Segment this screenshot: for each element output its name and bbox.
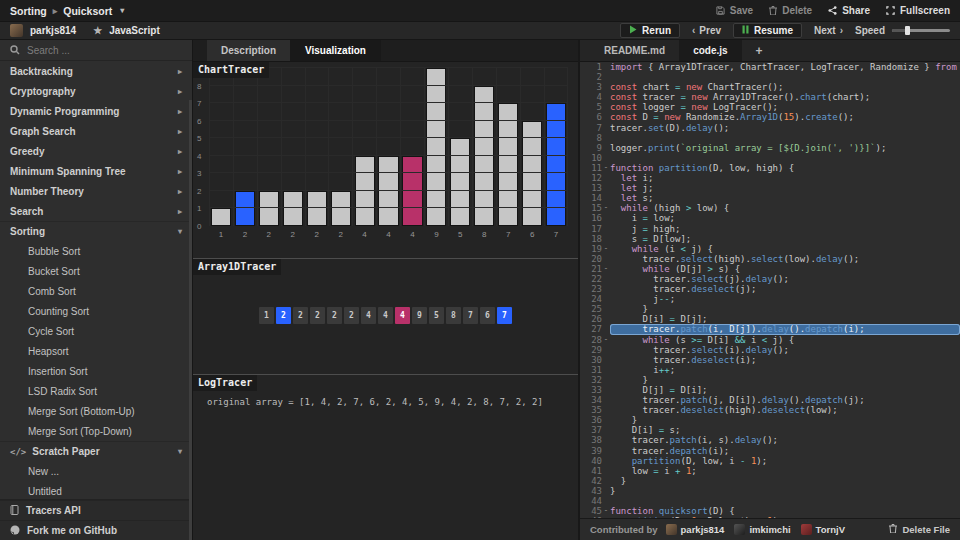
array-cell[interactable]: 2	[293, 307, 308, 324]
code-line[interactable]: 38 tracer.patch(i, s).delay();	[580, 435, 960, 445]
fold-marker[interactable]: -	[602, 203, 610, 213]
tab-readme-md[interactable]: README.md	[590, 40, 679, 61]
sidebar-item-new[interactable]: New ...	[0, 461, 192, 481]
contributor-imkimchi[interactable]: imkimchi	[734, 524, 790, 535]
fold-marker[interactable]: -	[602, 335, 610, 345]
share-button[interactable]: Share	[828, 5, 870, 16]
sidebar-item-heapsort[interactable]: Heapsort	[0, 341, 192, 361]
sidebar-category-minimum-spanning-tree[interactable]: Minimum Spanning Tree▸	[0, 161, 192, 181]
chart-bar[interactable]	[474, 86, 494, 226]
code-line[interactable]: 11-function partition(D, low, high) {	[580, 163, 960, 173]
tab-visualization[interactable]: Visualization	[291, 40, 381, 61]
speed-slider[interactable]	[892, 26, 950, 35]
chart-bar[interactable]	[426, 68, 446, 226]
chart-bar[interactable]	[378, 156, 398, 226]
code-line[interactable]: 37 D[i] = s;	[580, 425, 960, 435]
tab-description[interactable]: Description	[207, 40, 291, 61]
delete-file-button[interactable]: Delete File	[889, 524, 950, 535]
code-line[interactable]: 20 tracer.select(high).select(low).delay…	[580, 254, 960, 264]
sidebar-category-graph-search[interactable]: Graph Search▸	[0, 121, 192, 141]
fold-marker[interactable]: -	[602, 244, 610, 254]
code-line[interactable]: 43 }	[580, 486, 960, 496]
breadcrumb[interactable]: Sorting ▸ Quicksort ▾	[10, 5, 124, 17]
code-line[interactable]: 41 low = i + 1;	[580, 466, 960, 476]
sidebar-scrollbar[interactable]	[189, 100, 192, 540]
code-line[interactable]: 25 }	[580, 304, 960, 314]
code-line[interactable]: 8	[580, 133, 960, 143]
code-line[interactable]: 28- while (s >= D[i] && i < j) {	[580, 335, 960, 345]
user-name[interactable]: parkjs814	[30, 25, 76, 36]
code-line[interactable]: 39 tracer.depatch(i);	[580, 446, 960, 456]
sidebar-category-dynamic-programming[interactable]: Dynamic Programming▸	[0, 101, 192, 121]
sidebar-item-merge-sort-top-down[interactable]: Merge Sort (Top-Down)	[0, 421, 192, 441]
code-line[interactable]: 19- while (i < j) {	[580, 244, 960, 254]
code-line[interactable]: 3 const chart = new ChartTracer();	[580, 82, 960, 92]
code-line[interactable]: 23 tracer.deselect(j);	[580, 284, 960, 294]
tab-code-js[interactable]: code.js	[679, 40, 741, 61]
sidebar-item-merge-sort-bottom-up[interactable]: Merge Sort (Bottom-Up)	[0, 401, 192, 421]
sidebar-item-fork-github[interactable]: Fork me on GitHub	[0, 520, 192, 540]
chevron-down-icon[interactable]: ▾	[120, 6, 124, 15]
code-line[interactable]: 6 const D = new Randomize.Array1D(15).cr…	[580, 112, 960, 122]
array-cell[interactable]: 4	[378, 307, 393, 324]
code-line[interactable]: 44	[580, 496, 960, 506]
sidebar-item-lsd-radix-sort[interactable]: LSD Radix Sort	[0, 381, 192, 401]
array-cell[interactable]: 2	[344, 307, 359, 324]
code-line[interactable]: 36 }	[580, 415, 960, 425]
code-line[interactable]: 12 let i;	[580, 173, 960, 183]
code-line[interactable]: 14 let s;	[580, 193, 960, 203]
sidebar-item-tracers-api[interactable]: Tracers API	[0, 500, 192, 520]
contributor-tornjv[interactable]: TornjV	[801, 524, 845, 535]
sidebar-item-insertion-sort[interactable]: Insertion Sort	[0, 361, 192, 381]
language-tab[interactable]: JavaScript	[109, 25, 160, 36]
code-line[interactable]: 31 i++;	[580, 365, 960, 375]
code-line[interactable]: 5 const logger = new LogTracer();	[580, 102, 960, 112]
array-cell[interactable]: 7	[497, 307, 512, 324]
rerun-button[interactable]: Rerun	[620, 23, 680, 38]
array-cell[interactable]: 6	[480, 307, 495, 324]
sidebar-item-counting-sort[interactable]: Counting Sort	[0, 301, 192, 321]
code-line[interactable]: 13 let j;	[580, 183, 960, 193]
breadcrumb-category[interactable]: Sorting	[10, 5, 47, 17]
chart-bar[interactable]	[355, 156, 375, 226]
code-line[interactable]: 4 const tracer = new Array1DTracer().cha…	[580, 92, 960, 102]
sidebar-category-sorting[interactable]: Sorting▾	[0, 221, 192, 241]
code-line[interactable]: 21- while (D[j] > s) {	[580, 264, 960, 274]
array-cell[interactable]: 2	[276, 307, 291, 324]
chart-bar[interactable]	[211, 208, 231, 226]
search-input[interactable]	[27, 45, 182, 56]
chart-bar[interactable]	[402, 156, 422, 226]
array-cell[interactable]: 2	[327, 307, 342, 324]
code-area[interactable]: 1 import { Array1DTracer, ChartTracer, L…	[580, 62, 960, 518]
sidebar-category-search[interactable]: Search▸	[0, 201, 192, 221]
array-cell[interactable]: 8	[446, 307, 461, 324]
array-cell[interactable]: 2	[310, 307, 325, 324]
code-line[interactable]: 22 tracer.select(j).delay();	[580, 274, 960, 284]
new-tab-button[interactable]: +	[742, 40, 777, 61]
code-line[interactable]: 24 j--;	[580, 294, 960, 304]
code-line[interactable]: 42 }	[580, 476, 960, 486]
code-line[interactable]: 7 tracer.set(D).delay();	[580, 123, 960, 133]
array-cell[interactable]: 4	[361, 307, 376, 324]
next-button[interactable]: Next ›	[814, 25, 843, 36]
contributor-parkjs814[interactable]: parkjs814	[666, 524, 725, 535]
array-cell[interactable]: 1	[259, 307, 274, 324]
code-line[interactable]: 35 tracer.deselect(high).deselect(low);	[580, 405, 960, 415]
code-line[interactable]: 26 D[i] = D[j];	[580, 314, 960, 324]
slider-handle[interactable]	[905, 26, 910, 35]
chart-bar[interactable]	[450, 138, 470, 226]
sidebar-item-untitled[interactable]: Untitled	[0, 481, 192, 501]
sidebar-category-backtracking[interactable]: Backtracking▸	[0, 61, 192, 81]
sidebar-category-scratch-paper[interactable]: </>Scratch Paper▾	[0, 441, 192, 461]
code-line[interactable]: 2	[580, 72, 960, 82]
code-line[interactable]: 15- while (high > low) {	[580, 203, 960, 213]
sidebar-item-comb-sort[interactable]: Comb Sort	[0, 281, 192, 301]
code-line[interactable]: 27 tracer.patch(i, D[j]).delay().depatch…	[580, 324, 960, 334]
delete-button[interactable]: Delete	[769, 5, 812, 16]
sidebar-category-greedy[interactable]: Greedy▸	[0, 141, 192, 161]
sidebar-item-cycle-sort[interactable]: Cycle Sort	[0, 321, 192, 341]
code-line[interactable]: 33 D[j] = D[i];	[580, 385, 960, 395]
code-line[interactable]: 9 logger.print(`original array = [${D.jo…	[580, 143, 960, 153]
code-line[interactable]: 32 }	[580, 375, 960, 385]
fold-marker[interactable]: -	[602, 163, 610, 173]
